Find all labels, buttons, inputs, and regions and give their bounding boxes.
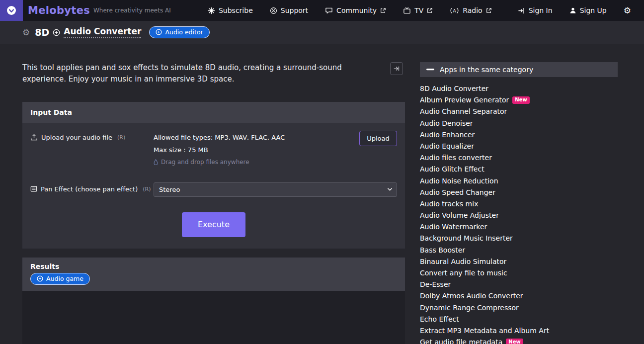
nav-label: Sign In — [529, 6, 553, 14]
nav-community[interactable]: Community — [325, 6, 386, 14]
sidebar-app-link[interactable]: Extract MP3 Metadata and Album Art — [420, 325, 618, 337]
app-link-label: Audio Watermarker — [420, 221, 487, 233]
nav-label: Radio — [463, 6, 482, 14]
new-badge: New — [512, 96, 529, 104]
sidebar-app-link[interactable]: Background Music Inserter — [420, 233, 618, 244]
form-list-icon — [30, 185, 37, 192]
sign-up-person-icon — [569, 7, 576, 14]
sidebar-app-link[interactable]: Dolby Atmos Audio Converter — [420, 290, 618, 302]
app-link-label: Bass Booster — [420, 245, 465, 256]
app-link-label: Background Music Inserter — [420, 233, 513, 244]
nav-sign-up[interactable]: Sign Up — [569, 6, 607, 14]
circle-plus-icon — [37, 275, 43, 282]
sidebar-app-link[interactable]: Audio Equalizer — [420, 141, 618, 152]
sidebar-header[interactable]: Apps in the same category — [420, 62, 618, 77]
app-link-label: Echo Effect — [420, 314, 459, 325]
breadcrumb: ⚙ 8D Audio Converter Audio editor — [0, 21, 644, 44]
community-icon — [325, 7, 333, 14]
upload-row: Upload your audio file (R) Allowed file … — [30, 131, 397, 166]
sidebar-app-link[interactable]: Dynamic Range Compressor — [420, 302, 618, 314]
app-link-label: Dynamic Range Compressor — [420, 302, 519, 314]
sidebar-app-link[interactable]: Audio Glitch Effect — [420, 164, 618, 175]
required-marker: (R) — [143, 186, 151, 192]
main-column: This tool applies pan and sox effects to… — [22, 44, 405, 344]
app-link-label: Audio Enhancer — [420, 129, 475, 141]
nav-label: Community — [336, 6, 377, 14]
nav-links: Subscribe Support Community TV — [208, 6, 631, 15]
pan-effect-select-wrap: Stereo — [154, 182, 397, 197]
drag-drop-hint-text: Drag and drop files anywhere — [161, 159, 249, 166]
sidebar-app-link[interactable]: Audio Watermarker — [420, 221, 618, 233]
app-link-label: De-Esser — [420, 279, 451, 290]
new-badge: New — [506, 339, 523, 344]
collapse-arrow-icon — [393, 65, 400, 72]
nav-radio[interactable]: A Radio — [450, 6, 491, 14]
app-link-label: Audio Speed Changer — [420, 187, 495, 198]
app-link-label: Audio Denoiser — [420, 118, 473, 129]
sidebar-app-link[interactable]: Get audio file metadata New — [420, 337, 618, 344]
app-settings-gear-icon[interactable]: ⚙ — [22, 27, 30, 37]
nav-sign-in[interactable]: Sign In — [518, 6, 553, 14]
app-link-label: Convert any file to music — [420, 267, 507, 279]
tv-icon — [403, 7, 411, 14]
support-icon — [270, 7, 277, 14]
external-link-icon — [380, 7, 386, 13]
app-link-label: 8D Audio Converter — [420, 83, 488, 94]
sidebar-app-link[interactable]: Audio Speed Changer — [420, 187, 618, 198]
sign-in-icon — [518, 7, 525, 14]
nav-label: TV — [414, 6, 423, 14]
collapse-sidebar-button[interactable] — [390, 62, 403, 75]
app-link-label: Audio Channel Separator — [420, 106, 507, 117]
nav-label: Subscribe — [219, 6, 253, 14]
sidebar-app-link[interactable]: Echo Effect — [420, 314, 618, 325]
execute-button[interactable]: Execute — [182, 212, 245, 237]
external-link-icon — [427, 7, 433, 13]
audio-game-button[interactable]: Audio game — [30, 273, 90, 285]
audio-game-label: Audio game — [46, 275, 83, 282]
results-title: Results — [30, 262, 397, 270]
circle-plus-icon — [156, 29, 162, 35]
upload-label: Upload your audio file (R) — [30, 131, 154, 141]
melobytes-logo-icon — [6, 5, 17, 16]
content-area: This tool applies pan and sox effects to… — [0, 44, 644, 344]
nav-support[interactable]: Support — [270, 6, 308, 14]
app-link-label: Audio tracks mix — [420, 198, 478, 210]
pan-effect-select[interactable]: Stereo — [154, 182, 397, 197]
sidebar-app-link[interactable]: Audio files converter — [420, 152, 618, 164]
input-panel-title: Input Data — [22, 102, 405, 123]
page-title[interactable]: Audio Converter — [64, 26, 141, 38]
settings-gear-icon[interactable]: ⚙ — [624, 6, 631, 15]
sidebar-app-link[interactable]: De-Esser — [420, 279, 618, 290]
upload-button[interactable]: Upload — [359, 131, 397, 146]
sidebar-app-link[interactable]: Audio tracks mix — [420, 198, 618, 210]
app-link-label: Extract MP3 Metadata and Album Art — [420, 325, 549, 337]
sidebar-app-link[interactable]: Audio Enhancer — [420, 129, 618, 141]
sidebar-app-link[interactable]: Audio Noise Reduction — [420, 175, 618, 187]
svg-text:A: A — [453, 8, 457, 13]
brand-logo[interactable] — [0, 0, 23, 21]
brand-name[interactable]: Melobytes — [28, 4, 90, 16]
radio-icon: A — [450, 7, 459, 14]
app-link-label: Audio Volume Adjuster — [420, 210, 499, 221]
allowed-file-types: Allowed file types: MP3, WAV, FLAC, AAC — [154, 134, 359, 141]
upload-label-text: Upload your audio file — [41, 134, 112, 141]
sidebar-app-link[interactable]: Audio Denoiser — [420, 118, 618, 129]
drag-drop-hint: Drag and drop files anywhere — [154, 159, 359, 166]
max-size: Max size : 75 MB — [154, 146, 359, 154]
nav-tv[interactable]: TV — [403, 6, 433, 14]
pan-effect-row: Pan Effect (choose pan effect) (R) Stere… — [30, 182, 397, 197]
sidebar-app-link[interactable]: Album Preview Generator New — [420, 94, 618, 106]
sidebar-app-link[interactable]: 8D Audio Converter — [420, 83, 618, 94]
brand-tagline: Where creativity meets AI — [93, 7, 171, 14]
sidebar-app-link[interactable]: Convert any file to music — [420, 267, 618, 279]
sidebar-app-link[interactable]: Audio Channel Separator — [420, 106, 618, 117]
sidebar-app-link[interactable]: Binaural Audio Simulator — [420, 256, 618, 267]
top-navbar: Melobytes Where creativity meets AI Subs… — [0, 0, 644, 21]
sidebar-app-link[interactable]: Bass Booster — [420, 245, 618, 256]
app-list: 8D Audio Converter Album Preview Generat… — [420, 83, 618, 344]
app-short-title: 8D — [35, 27, 49, 38]
audio-editor-button[interactable]: Audio editor — [149, 26, 209, 38]
sidebar-app-link[interactable]: Audio Volume Adjuster — [420, 210, 618, 221]
nav-subscribe[interactable]: Subscribe — [208, 6, 253, 14]
pan-effect-label-text: Pan Effect (choose pan effect) — [41, 185, 138, 193]
